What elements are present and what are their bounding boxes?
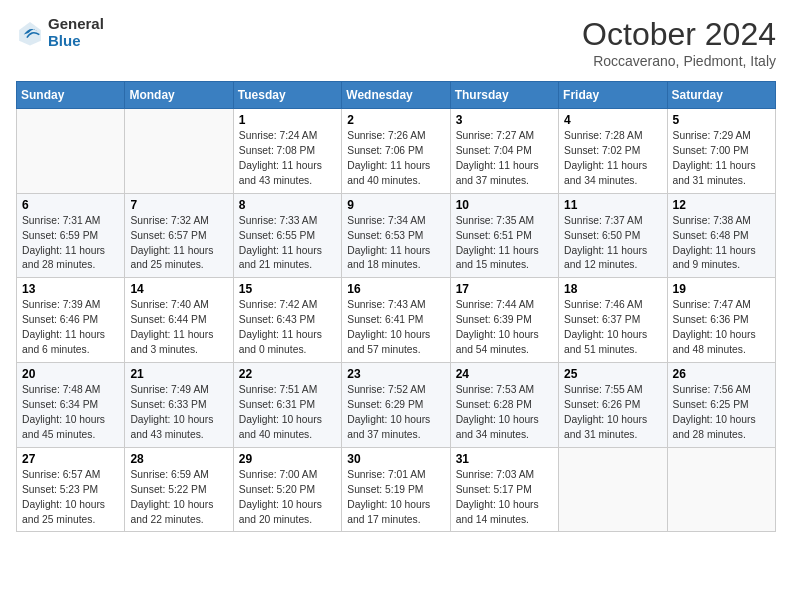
- logo-icon: [16, 19, 44, 47]
- day-number: 25: [564, 367, 661, 381]
- column-header-saturday: Saturday: [667, 82, 775, 109]
- calendar-cell: 26Sunrise: 7:56 AM Sunset: 6:25 PM Dayli…: [667, 363, 775, 448]
- calendar-table: SundayMondayTuesdayWednesdayThursdayFrid…: [16, 81, 776, 532]
- day-info: Sunrise: 7:48 AM Sunset: 6:34 PM Dayligh…: [22, 383, 119, 443]
- day-number: 29: [239, 452, 336, 466]
- location-text: Roccaverano, Piedmont, Italy: [582, 53, 776, 69]
- day-number: 8: [239, 198, 336, 212]
- day-info: Sunrise: 7:26 AM Sunset: 7:06 PM Dayligh…: [347, 129, 444, 189]
- calendar-cell: 1Sunrise: 7:24 AM Sunset: 7:08 PM Daylig…: [233, 109, 341, 194]
- day-number: 2: [347, 113, 444, 127]
- day-info: Sunrise: 7:55 AM Sunset: 6:26 PM Dayligh…: [564, 383, 661, 443]
- day-info: Sunrise: 7:27 AM Sunset: 7:04 PM Dayligh…: [456, 129, 553, 189]
- column-header-friday: Friday: [559, 82, 667, 109]
- day-number: 3: [456, 113, 553, 127]
- day-info: Sunrise: 7:00 AM Sunset: 5:20 PM Dayligh…: [239, 468, 336, 528]
- calendar-week-row: 20Sunrise: 7:48 AM Sunset: 6:34 PM Dayli…: [17, 363, 776, 448]
- day-info: Sunrise: 7:28 AM Sunset: 7:02 PM Dayligh…: [564, 129, 661, 189]
- day-info: Sunrise: 7:51 AM Sunset: 6:31 PM Dayligh…: [239, 383, 336, 443]
- calendar-cell: 3Sunrise: 7:27 AM Sunset: 7:04 PM Daylig…: [450, 109, 558, 194]
- calendar-cell: 18Sunrise: 7:46 AM Sunset: 6:37 PM Dayli…: [559, 278, 667, 363]
- day-number: 6: [22, 198, 119, 212]
- calendar-cell: 23Sunrise: 7:52 AM Sunset: 6:29 PM Dayli…: [342, 363, 450, 448]
- column-header-wednesday: Wednesday: [342, 82, 450, 109]
- day-info: Sunrise: 7:29 AM Sunset: 7:00 PM Dayligh…: [673, 129, 770, 189]
- calendar-cell: 13Sunrise: 7:39 AM Sunset: 6:46 PM Dayli…: [17, 278, 125, 363]
- day-number: 22: [239, 367, 336, 381]
- calendar-cell: 20Sunrise: 7:48 AM Sunset: 6:34 PM Dayli…: [17, 363, 125, 448]
- calendar-cell: 6Sunrise: 7:31 AM Sunset: 6:59 PM Daylig…: [17, 193, 125, 278]
- day-number: 12: [673, 198, 770, 212]
- day-number: 20: [22, 367, 119, 381]
- calendar-cell: 28Sunrise: 6:59 AM Sunset: 5:22 PM Dayli…: [125, 447, 233, 532]
- day-info: Sunrise: 7:43 AM Sunset: 6:41 PM Dayligh…: [347, 298, 444, 358]
- day-info: Sunrise: 7:38 AM Sunset: 6:48 PM Dayligh…: [673, 214, 770, 274]
- calendar-cell: 4Sunrise: 7:28 AM Sunset: 7:02 PM Daylig…: [559, 109, 667, 194]
- calendar-cell: 2Sunrise: 7:26 AM Sunset: 7:06 PM Daylig…: [342, 109, 450, 194]
- day-info: Sunrise: 6:59 AM Sunset: 5:22 PM Dayligh…: [130, 468, 227, 528]
- day-info: Sunrise: 7:31 AM Sunset: 6:59 PM Dayligh…: [22, 214, 119, 274]
- day-info: Sunrise: 7:49 AM Sunset: 6:33 PM Dayligh…: [130, 383, 227, 443]
- calendar-cell: 8Sunrise: 7:33 AM Sunset: 6:55 PM Daylig…: [233, 193, 341, 278]
- day-info: Sunrise: 7:35 AM Sunset: 6:51 PM Dayligh…: [456, 214, 553, 274]
- day-number: 18: [564, 282, 661, 296]
- calendar-week-row: 1Sunrise: 7:24 AM Sunset: 7:08 PM Daylig…: [17, 109, 776, 194]
- day-info: Sunrise: 7:39 AM Sunset: 6:46 PM Dayligh…: [22, 298, 119, 358]
- day-number: 11: [564, 198, 661, 212]
- calendar-header-row: SundayMondayTuesdayWednesdayThursdayFrid…: [17, 82, 776, 109]
- logo: General Blue: [16, 16, 104, 49]
- calendar-cell: 10Sunrise: 7:35 AM Sunset: 6:51 PM Dayli…: [450, 193, 558, 278]
- calendar-cell: [17, 109, 125, 194]
- calendar-cell: 17Sunrise: 7:44 AM Sunset: 6:39 PM Dayli…: [450, 278, 558, 363]
- column-header-thursday: Thursday: [450, 82, 558, 109]
- column-header-tuesday: Tuesday: [233, 82, 341, 109]
- day-info: Sunrise: 7:56 AM Sunset: 6:25 PM Dayligh…: [673, 383, 770, 443]
- title-block: October 2024 Roccaverano, Piedmont, Ital…: [582, 16, 776, 69]
- calendar-cell: 25Sunrise: 7:55 AM Sunset: 6:26 PM Dayli…: [559, 363, 667, 448]
- day-info: Sunrise: 6:57 AM Sunset: 5:23 PM Dayligh…: [22, 468, 119, 528]
- day-info: Sunrise: 7:52 AM Sunset: 6:29 PM Dayligh…: [347, 383, 444, 443]
- calendar-cell: [125, 109, 233, 194]
- calendar-week-row: 13Sunrise: 7:39 AM Sunset: 6:46 PM Dayli…: [17, 278, 776, 363]
- calendar-cell: 24Sunrise: 7:53 AM Sunset: 6:28 PM Dayli…: [450, 363, 558, 448]
- day-number: 5: [673, 113, 770, 127]
- calendar-cell: 9Sunrise: 7:34 AM Sunset: 6:53 PM Daylig…: [342, 193, 450, 278]
- calendar-cell: 30Sunrise: 7:01 AM Sunset: 5:19 PM Dayli…: [342, 447, 450, 532]
- column-header-sunday: Sunday: [17, 82, 125, 109]
- day-number: 30: [347, 452, 444, 466]
- calendar-cell: 27Sunrise: 6:57 AM Sunset: 5:23 PM Dayli…: [17, 447, 125, 532]
- day-number: 14: [130, 282, 227, 296]
- day-info: Sunrise: 7:37 AM Sunset: 6:50 PM Dayligh…: [564, 214, 661, 274]
- calendar-cell: 11Sunrise: 7:37 AM Sunset: 6:50 PM Dayli…: [559, 193, 667, 278]
- day-info: Sunrise: 7:32 AM Sunset: 6:57 PM Dayligh…: [130, 214, 227, 274]
- calendar-cell: 21Sunrise: 7:49 AM Sunset: 6:33 PM Dayli…: [125, 363, 233, 448]
- day-number: 26: [673, 367, 770, 381]
- day-info: Sunrise: 7:40 AM Sunset: 6:44 PM Dayligh…: [130, 298, 227, 358]
- day-info: Sunrise: 7:01 AM Sunset: 5:19 PM Dayligh…: [347, 468, 444, 528]
- day-number: 31: [456, 452, 553, 466]
- day-number: 15: [239, 282, 336, 296]
- calendar-cell: 7Sunrise: 7:32 AM Sunset: 6:57 PM Daylig…: [125, 193, 233, 278]
- day-info: Sunrise: 7:53 AM Sunset: 6:28 PM Dayligh…: [456, 383, 553, 443]
- day-info: Sunrise: 7:33 AM Sunset: 6:55 PM Dayligh…: [239, 214, 336, 274]
- day-number: 13: [22, 282, 119, 296]
- day-number: 9: [347, 198, 444, 212]
- day-info: Sunrise: 7:47 AM Sunset: 6:36 PM Dayligh…: [673, 298, 770, 358]
- calendar-cell: 5Sunrise: 7:29 AM Sunset: 7:00 PM Daylig…: [667, 109, 775, 194]
- logo-text: General Blue: [48, 16, 104, 49]
- calendar-cell: 31Sunrise: 7:03 AM Sunset: 5:17 PM Dayli…: [450, 447, 558, 532]
- day-number: 1: [239, 113, 336, 127]
- column-header-monday: Monday: [125, 82, 233, 109]
- page-header: General Blue October 2024 Roccaverano, P…: [16, 16, 776, 69]
- logo-general-text: General: [48, 16, 104, 33]
- calendar-cell: [667, 447, 775, 532]
- calendar-cell: 14Sunrise: 7:40 AM Sunset: 6:44 PM Dayli…: [125, 278, 233, 363]
- calendar-cell: [559, 447, 667, 532]
- day-number: 16: [347, 282, 444, 296]
- day-number: 23: [347, 367, 444, 381]
- day-number: 24: [456, 367, 553, 381]
- day-info: Sunrise: 7:03 AM Sunset: 5:17 PM Dayligh…: [456, 468, 553, 528]
- month-title: October 2024: [582, 16, 776, 53]
- day-number: 28: [130, 452, 227, 466]
- calendar-week-row: 6Sunrise: 7:31 AM Sunset: 6:59 PM Daylig…: [17, 193, 776, 278]
